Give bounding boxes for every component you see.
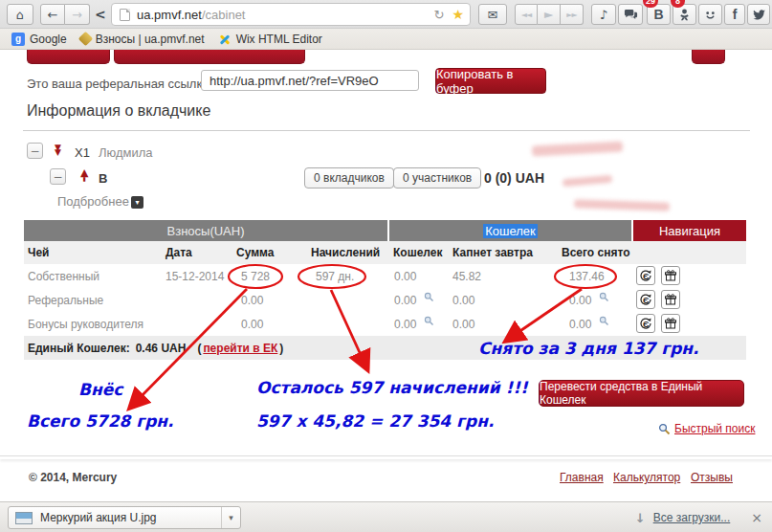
bookmark-google[interactable]: g Google xyxy=(8,31,71,48)
bookmark-label: Google xyxy=(30,33,67,46)
gift-icon-button[interactable] xyxy=(661,290,680,309)
col-accruals: Начислений xyxy=(311,246,380,259)
cell-date: 15-12-2014 xyxy=(165,270,224,283)
facebook-icon: f xyxy=(733,7,738,22)
tree-node-code: X1 xyxy=(75,145,90,160)
cut-off-button-right[interactable] xyxy=(692,50,725,64)
annotation-withdrawn: Снято за 3 дня 137 грн. xyxy=(478,339,699,358)
referral-link-input[interactable] xyxy=(201,70,419,91)
group-header-label: Навигация xyxy=(659,224,720,238)
chat-bubbles-icon xyxy=(624,8,638,22)
cell-sum: 0.00 xyxy=(241,318,263,331)
divider xyxy=(23,130,750,131)
home-button[interactable]: ⌂ xyxy=(7,4,33,25)
cell-tomorrow: 0.00 xyxy=(452,294,474,307)
ek-value: 0.46 UAH xyxy=(136,342,187,355)
media-rewind-button[interactable]: ◄◄ xyxy=(515,4,538,25)
back-button[interactable]: ← xyxy=(40,4,65,25)
details-magnifier-icon[interactable] xyxy=(599,292,609,302)
download-item-menu-button[interactable]: ▾ xyxy=(221,507,240,528)
transfer-funds-icon-button[interactable]: Є xyxy=(636,266,655,285)
browser-window: ⌂ ← → < ua.pmvf.net /cabinet ↻ ★ ✉ ◄◄ ► … xyxy=(0,0,772,532)
vk-icon: B xyxy=(653,7,663,22)
close-downloads-bar-icon[interactable]: × xyxy=(751,510,762,525)
media-forward-button[interactable]: ►► xyxy=(561,4,584,25)
mail-icon: ✉ xyxy=(488,8,498,22)
group-header-label: Взносы(UAH) xyxy=(167,224,245,238)
search-icon xyxy=(658,423,671,435)
browser-toolbar: ⌂ ← → < ua.pmvf.net /cabinet ↻ ★ ✉ ◄◄ ► … xyxy=(0,0,772,29)
rewind-icon: ◄◄ xyxy=(521,11,531,19)
twitter-button[interactable] xyxy=(747,4,770,25)
details-magnifier-icon[interactable] xyxy=(424,316,434,326)
transfer-funds-icon-button[interactable]: Є xyxy=(636,290,655,309)
collapse-subnode-button[interactable]: − xyxy=(50,168,66,185)
footer-link-home[interactable]: Главная xyxy=(560,471,604,484)
share-button[interactable]: < xyxy=(95,7,106,22)
chat-button[interactable] xyxy=(618,4,643,25)
copyright: © 2014, Mercury xyxy=(29,471,117,484)
table-row: Бонусы руководителя 0.00 0.00 0.00 0.00 … xyxy=(24,312,746,336)
table-row: Реферальные 0.00 0.00 0.00 0.00 Є xyxy=(24,288,746,312)
redacted-text xyxy=(562,175,612,188)
minus-icon: − xyxy=(30,144,39,158)
twitter-icon xyxy=(752,8,766,22)
paren: ) xyxy=(279,342,283,355)
goto-ek-link[interactable]: перейти в ЕК xyxy=(203,342,277,355)
downloaded-file-name: Меркурий акция U.jpg xyxy=(40,511,221,524)
cell-tomorrow: 0.00 xyxy=(452,318,474,331)
caret-down-icon: ▾ xyxy=(135,198,139,207)
details-expand-button[interactable]: ▾ xyxy=(131,196,143,209)
quick-search[interactable]: Быстрый поиск xyxy=(658,422,755,435)
footer-link-reviews[interactable]: Отзывы xyxy=(691,471,733,484)
transfer-funds-icon-button[interactable]: Є xyxy=(636,314,655,333)
bookmarks-bar: g Google Взносы | ua.pmvf.net Wix HTML E… xyxy=(0,29,772,50)
facebook-button[interactable]: f xyxy=(724,4,745,25)
collapse-node-button[interactable]: − xyxy=(27,143,43,159)
cell-owner: Реферальные xyxy=(28,294,103,307)
bookmark-vznosy[interactable]: Взносы | ua.pmvf.net xyxy=(77,31,209,48)
gift-icon-button[interactable] xyxy=(661,314,680,333)
bookmark-star-icon[interactable]: ★ xyxy=(452,7,464,22)
forward-icon: → xyxy=(72,8,82,22)
details-magnifier-icon[interactable] xyxy=(599,316,609,326)
redacted-text xyxy=(532,142,623,157)
quick-search-link[interactable]: Быстрый поиск xyxy=(674,422,755,435)
depositors-count-button[interactable]: 0 вкладчиков xyxy=(304,167,394,188)
downloads-bar: Меркурий акция U.jpg ▾ ↓ Все загрузки...… xyxy=(0,501,772,532)
cell-wallet: 0.00 xyxy=(394,270,416,283)
col-withdrawn: Всего снято xyxy=(562,246,630,259)
url-path: /cabinet xyxy=(202,8,246,22)
gift-icon-button[interactable] xyxy=(661,266,680,285)
address-bar[interactable]: ua.pmvf.net /cabinet ↻ ★ xyxy=(111,3,471,26)
table-column-headers: Чей Дата Сумма Начислений Кошелек Капнет… xyxy=(24,241,746,264)
details-magnifier-icon[interactable] xyxy=(424,292,434,302)
gift-icon xyxy=(664,269,677,282)
table-row: Собственный 15-12-2014 5 728 597 дн. 0.0… xyxy=(24,264,746,288)
mail-button[interactable]: ✉ xyxy=(478,4,507,25)
moymir-button[interactable] xyxy=(698,4,722,25)
cut-off-button-middle[interactable] xyxy=(114,50,305,64)
section-title: Информация о вкладчике xyxy=(27,102,210,120)
cell-wallet: 0.00 xyxy=(394,318,416,331)
refresh-icon[interactable]: ↻ xyxy=(434,8,445,22)
bookmark-wix[interactable]: Wix HTML Editor xyxy=(214,31,326,48)
url-host: ua.pmvf.net xyxy=(137,8,202,22)
caret-down-icon: ▾ xyxy=(229,513,233,522)
media-play-button[interactable]: ► xyxy=(538,4,561,25)
fast-forward-icon: ►► xyxy=(566,11,576,19)
members-count-button[interactable]: 0 участников xyxy=(393,167,481,188)
footer-divider xyxy=(0,455,772,459)
transfer-funds-button[interactable]: Перевести средства в Единый Кошелек xyxy=(539,380,744,407)
details-link[interactable]: Подбробнее xyxy=(57,194,129,209)
music-button[interactable]: ♪ xyxy=(591,4,616,25)
group-header-navigation: Навигация xyxy=(633,220,746,241)
forward-button[interactable]: → xyxy=(65,4,90,25)
downloaded-file-item[interactable]: Меркурий акция U.jpg ▾ xyxy=(8,506,241,529)
copy-to-clipboard-button[interactable]: Копировать в буфер xyxy=(435,68,546,94)
all-downloads-link[interactable]: Все загрузки... xyxy=(653,511,731,524)
cut-off-button-left[interactable] xyxy=(27,50,110,64)
footer-link-calculator[interactable]: Калькулятор xyxy=(613,471,680,484)
group-header-label-selected: Кошелек xyxy=(483,224,538,238)
cell-owner: Собственный xyxy=(28,270,99,283)
